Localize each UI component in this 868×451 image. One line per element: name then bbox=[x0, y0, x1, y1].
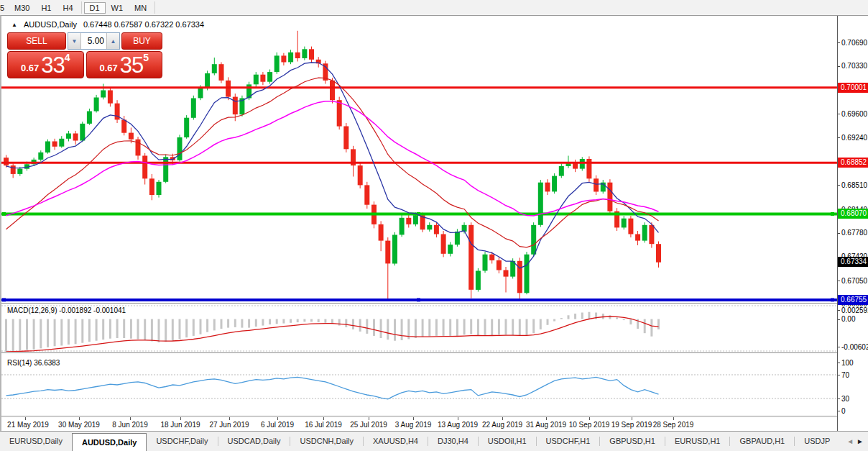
tab-gbpusd-h1[interactable]: GBPUSD,H1 bbox=[600, 432, 665, 451]
macd-indicator-pane[interactable] bbox=[1, 305, 837, 352]
line-price-label: 0.68852 bbox=[838, 158, 868, 168]
price-tick-label: 0.67050 bbox=[841, 276, 867, 286]
timeframe-H1[interactable]: H1 bbox=[35, 2, 57, 14]
axis-tick-mark bbox=[838, 398, 840, 399]
timeframe-W1[interactable]: W1 bbox=[106, 2, 129, 14]
date-tick-mark bbox=[369, 417, 369, 420]
price-tick-label: 0.67780 bbox=[841, 228, 867, 237]
candle-body bbox=[441, 234, 446, 254]
candle-body bbox=[538, 183, 543, 225]
rsi-label: RSI(14) 36.6383 bbox=[7, 359, 60, 367]
candle-body bbox=[364, 185, 369, 204]
candle-body bbox=[274, 55, 280, 72]
candle-body bbox=[413, 215, 418, 224]
date-label: 6 Jul 2019 bbox=[252, 421, 303, 429]
toolbar-separator bbox=[81, 1, 82, 14]
axis-tick-mark bbox=[838, 347, 840, 347]
tab-xauusd-h4[interactable]: XAUUSD,H4 bbox=[364, 432, 428, 451]
chart-symbol: AUDUSD,Daily bbox=[24, 20, 77, 29]
axis-tick-mark bbox=[838, 233, 840, 234]
tab-dj30-h4[interactable]: DJ30,H4 bbox=[428, 432, 478, 451]
line-handle[interactable] bbox=[417, 298, 420, 301]
candle-body bbox=[4, 158, 9, 165]
price-tick-label: 0.69240 bbox=[841, 133, 867, 142]
date-tick-mark bbox=[229, 417, 230, 420]
sell-price-tile[interactable]: 0.67334 bbox=[7, 51, 84, 78]
date-label: 21 May 2019 bbox=[3, 421, 53, 429]
tab-usdchf-daily[interactable]: USDCHF,Daily bbox=[147, 432, 217, 451]
date-tick-mark bbox=[673, 417, 674, 420]
timeframe-D1[interactable]: D1 bbox=[84, 2, 106, 14]
date-axis[interactable]: 21 May 201930 May 20198 Jun 201918 Jun 2… bbox=[1, 417, 837, 431]
candle-body bbox=[392, 235, 397, 264]
tab-usdcnh-daily[interactable]: USDCNH,Daily bbox=[290, 432, 363, 451]
candle-body bbox=[337, 100, 342, 126]
candle-body bbox=[622, 219, 627, 228]
candle-body bbox=[17, 169, 22, 174]
date-tick-mark bbox=[632, 417, 632, 420]
timeframe-MN[interactable]: MN bbox=[129, 2, 152, 14]
buy-button[interactable]: BUY bbox=[121, 32, 162, 50]
chart-ohlc: 0.67448 0.67587 0.67322 0.67334 bbox=[83, 20, 204, 29]
volume-decrease-icon[interactable]: ▼ bbox=[68, 33, 81, 49]
volume-increase-icon[interactable]: ▲ bbox=[106, 33, 119, 49]
date-tick-mark bbox=[413, 417, 414, 420]
candle-body bbox=[288, 53, 293, 63]
tab-usdchf-h1[interactable]: USDCHF,H1 bbox=[537, 432, 600, 451]
candle-body bbox=[142, 156, 147, 179]
date-tick-mark bbox=[277, 417, 278, 420]
axis-tick-mark bbox=[838, 375, 840, 375]
candle-body bbox=[476, 271, 481, 290]
rsi-axis-label: 100 bbox=[841, 358, 854, 368]
candle-body bbox=[628, 219, 633, 234]
axis-tick-mark bbox=[838, 42, 840, 43]
tab-scroll-right-icon[interactable]: ► bbox=[857, 437, 864, 445]
candle-body bbox=[219, 64, 224, 81]
buy-price-big: 35 bbox=[120, 55, 143, 76]
buy-price-tile[interactable]: 0.67355 bbox=[86, 51, 163, 78]
sell-button[interactable]: SELL bbox=[7, 32, 66, 50]
rsi-indicator-pane[interactable] bbox=[1, 357, 837, 416]
price-axis[interactable]: 0.706900.703300.699700.696000.692400.688… bbox=[837, 16, 868, 431]
tab-audusd-daily[interactable]: AUDUSD,Daily bbox=[72, 433, 147, 451]
candle-body bbox=[559, 166, 564, 176]
line-handle[interactable] bbox=[831, 298, 834, 301]
one-click-trading-panel: SELL ▼ ▲ BUY 0.67334 0.67355 bbox=[7, 32, 162, 78]
tab-gbpaud-h1[interactable]: GBPAUD,H1 bbox=[730, 432, 794, 451]
tab-eurusd-daily[interactable]: EURUSD,Daily bbox=[0, 432, 72, 451]
date-label: 25 Jul 2019 bbox=[343, 421, 394, 429]
chart-title: ▲ AUDUSD,Daily 0.67448 0.67587 0.67322 0… bbox=[11, 20, 204, 29]
candle-body bbox=[45, 142, 50, 153]
line-handle[interactable] bbox=[2, 298, 6, 301]
tab-usdcad-daily[interactable]: USDCAD,Daily bbox=[218, 432, 290, 451]
timeframe-M30[interactable]: M30 bbox=[9, 2, 35, 14]
timeframe-H4[interactable]: H4 bbox=[57, 2, 78, 14]
timeframe-5[interactable]: 5 bbox=[0, 2, 9, 14]
pane-divider[interactable] bbox=[1, 352, 868, 355]
line-handle[interactable] bbox=[2, 212, 6, 216]
chart-window: ▲ AUDUSD,Daily 0.67448 0.67587 0.67322 0… bbox=[0, 15, 868, 431]
date-label: 22 Aug 2019 bbox=[477, 421, 527, 429]
candle-body bbox=[455, 232, 460, 245]
tab-usdoil-h1[interactable]: USDOil,H1 bbox=[479, 432, 536, 451]
candle-body bbox=[205, 73, 210, 88]
line-price-label: 0.66755 bbox=[838, 295, 868, 305]
tab-scroll-left-icon[interactable]: ◄ bbox=[846, 437, 854, 445]
candle-body bbox=[358, 165, 363, 185]
date-tick-mark bbox=[25, 417, 26, 420]
candle-body bbox=[177, 137, 183, 160]
date-tick-mark bbox=[130, 417, 131, 420]
axis-tick-mark bbox=[838, 66, 840, 67]
candle-body bbox=[642, 225, 647, 241]
timeframe-toolbar: 5M30H1H4D1W1MN bbox=[0, 0, 868, 16]
price-tick-label: 0.70330 bbox=[841, 61, 867, 70]
tab-usdjp[interactable]: USDJP bbox=[795, 432, 839, 451]
line-handle[interactable] bbox=[831, 212, 834, 216]
date-label: 13 Aug 2019 bbox=[433, 421, 483, 429]
toolbar-separator bbox=[154, 1, 155, 14]
candle-body bbox=[531, 225, 536, 255]
tab-eurusd-h1[interactable]: EURUSD,H1 bbox=[665, 432, 730, 451]
candle-body bbox=[525, 255, 530, 293]
collapse-icon[interactable]: ▲ bbox=[11, 22, 17, 28]
volume-input[interactable] bbox=[81, 33, 106, 49]
